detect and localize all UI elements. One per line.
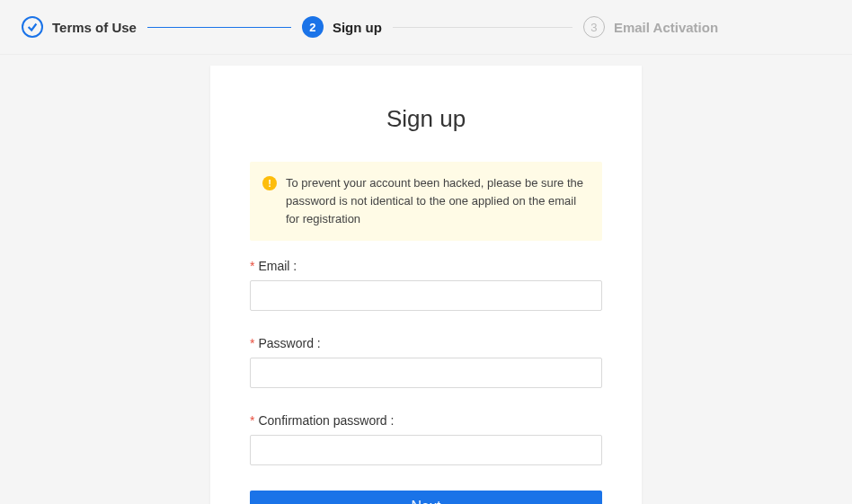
password-warning-alert: ! To prevent your account been hacked, p… xyxy=(250,162,602,241)
step-email-activation: 3 Email Activation xyxy=(583,16,718,38)
password-group: *Password : xyxy=(250,336,602,388)
password-field[interactable] xyxy=(250,358,602,388)
email-label: *Email : xyxy=(250,259,602,273)
label-text: Confirmation password xyxy=(258,413,386,428)
email-field[interactable] xyxy=(250,280,602,311)
step-terms-of-use: Terms of Use xyxy=(22,16,137,38)
label-text: Email xyxy=(258,259,289,273)
alert-text: To prevent your account been hacked, ple… xyxy=(286,174,588,228)
email-group: *Email : xyxy=(250,259,602,311)
check-icon xyxy=(22,16,43,38)
step-label: Sign up xyxy=(333,20,382,35)
confirm-password-label: *Confirmation password : xyxy=(250,413,602,428)
step-sign-up: 2 Sign up xyxy=(302,16,382,38)
progress-stepper: Terms of Use 2 Sign up 3 Email Activatio… xyxy=(0,0,852,55)
step-label: Terms of Use xyxy=(52,20,137,35)
step-number-icon: 3 xyxy=(583,16,605,38)
page-title: Sign up xyxy=(250,105,602,133)
stepper-connector xyxy=(393,27,572,28)
required-marker: * xyxy=(250,336,254,350)
warning-icon: ! xyxy=(262,176,277,190)
step-label: Email Activation xyxy=(614,20,718,35)
required-marker: * xyxy=(250,259,254,273)
next-button[interactable]: Next xyxy=(250,491,602,504)
confirm-password-group: *Confirmation password : xyxy=(250,413,602,465)
step-number-icon: 2 xyxy=(302,16,324,38)
password-label: *Password : xyxy=(250,336,602,350)
stepper-connector xyxy=(147,27,291,28)
required-marker: * xyxy=(250,413,254,428)
label-text: Password xyxy=(258,336,313,350)
signup-card: Sign up ! To prevent your account been h… xyxy=(210,66,642,504)
confirm-password-field[interactable] xyxy=(250,435,602,465)
